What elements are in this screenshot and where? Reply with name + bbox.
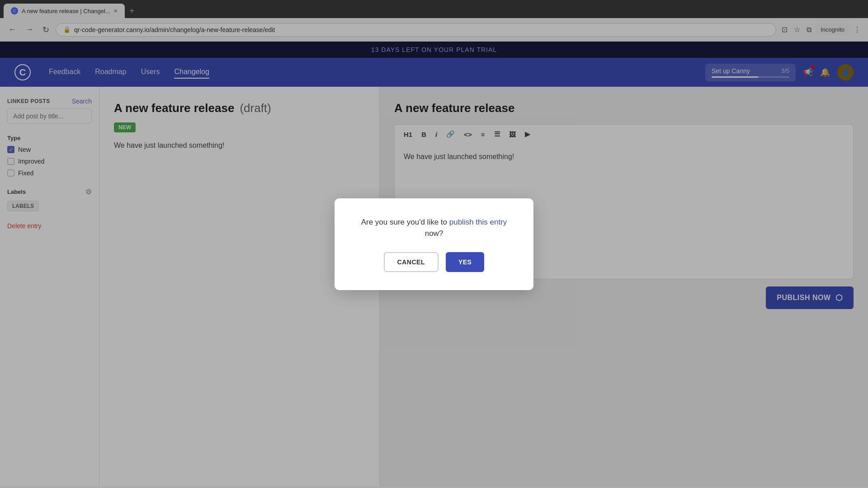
- modal-overlay: Are you sure you'd like to publish this …: [0, 0, 868, 488]
- modal-highlight: publish this entry: [449, 218, 507, 226]
- confirmation-modal: Are you sure you'd like to publish this …: [335, 198, 533, 290]
- modal-message: Are you sure you'd like to publish this …: [356, 216, 512, 239]
- modal-buttons: CANCEL YES: [356, 252, 512, 272]
- yes-button[interactable]: YES: [446, 252, 485, 272]
- cancel-button[interactable]: CANCEL: [384, 252, 439, 272]
